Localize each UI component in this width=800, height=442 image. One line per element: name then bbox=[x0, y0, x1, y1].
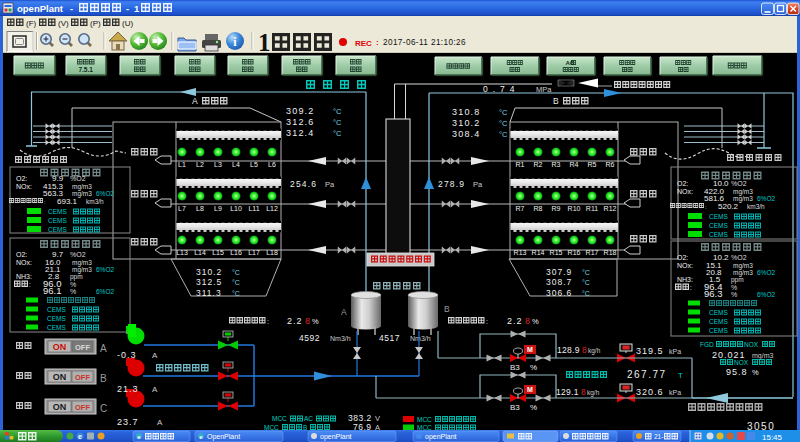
svg-text:M: M bbox=[527, 386, 533, 393]
svg-text:21-: 21- bbox=[654, 433, 663, 440]
svg-text::: : bbox=[267, 318, 269, 325]
svg-text:L1: L1 bbox=[178, 161, 186, 168]
svg-text:96.1: 96.1 bbox=[43, 285, 62, 296]
svg-text:NH3:: NH3: bbox=[677, 276, 693, 283]
svg-text:%O2: %O2 bbox=[70, 175, 86, 182]
svg-text:OFF: OFF bbox=[75, 343, 90, 352]
svg-text:A: A bbox=[152, 385, 158, 394]
svg-text:4517: 4517 bbox=[379, 333, 400, 343]
svg-text:°C: °C bbox=[333, 118, 342, 127]
svg-text:%: % bbox=[731, 291, 737, 298]
svg-text:R11: R11 bbox=[586, 205, 598, 212]
svg-text:693.1: 693.1 bbox=[57, 197, 78, 206]
svg-text:A: A bbox=[152, 351, 158, 360]
svg-text:311.3: 311.3 bbox=[196, 288, 222, 298]
svg-text:R7: R7 bbox=[516, 205, 525, 212]
svg-text:O2:: O2: bbox=[16, 251, 27, 258]
svg-text:C: C bbox=[100, 403, 107, 414]
svg-text:7.5.1: 7.5.1 bbox=[78, 66, 93, 73]
svg-text:R18: R18 bbox=[604, 249, 617, 256]
svg-text:CEMS: CEMS bbox=[47, 315, 66, 322]
svg-text:A: A bbox=[157, 418, 163, 427]
svg-text:NOX: NOX bbox=[734, 359, 749, 366]
svg-text:Pa: Pa bbox=[473, 180, 483, 189]
svg-text:6%O2: 6%O2 bbox=[96, 190, 114, 197]
svg-text:CEMS: CEMS bbox=[709, 213, 728, 220]
svg-text:(V): (V) bbox=[58, 19, 69, 28]
svg-text:128.9: 128.9 bbox=[557, 345, 580, 355]
svg-text:310.2: 310.2 bbox=[452, 118, 481, 128]
svg-text:%O2: %O2 bbox=[70, 251, 86, 258]
svg-text:%: % bbox=[532, 317, 539, 326]
svg-text:2017-06-11 21:10:26: 2017-06-11 21:10:26 bbox=[383, 38, 466, 47]
svg-text:%: % bbox=[530, 363, 537, 372]
svg-text:e: e bbox=[78, 433, 82, 440]
svg-text:6%O2: 6%O2 bbox=[757, 269, 775, 276]
svg-text:309.2: 309.2 bbox=[286, 106, 315, 116]
svg-text:CEMS: CEMS bbox=[47, 324, 66, 331]
svg-text:MCC: MCC bbox=[417, 416, 432, 423]
svg-text:A: A bbox=[100, 343, 107, 354]
svg-text:L15: L15 bbox=[212, 249, 224, 256]
svg-text:312.4: 312.4 bbox=[286, 128, 315, 138]
svg-text:L5: L5 bbox=[250, 161, 258, 168]
svg-text:2.2: 2.2 bbox=[287, 316, 303, 326]
svg-text:6%O2: 6%O2 bbox=[757, 195, 775, 202]
svg-text:%O2: %O2 bbox=[731, 254, 747, 261]
svg-text:°C: °C bbox=[232, 269, 240, 276]
svg-text:L8: L8 bbox=[196, 205, 204, 212]
svg-text:312.6: 312.6 bbox=[286, 117, 315, 127]
svg-text:L11: L11 bbox=[248, 205, 259, 212]
svg-text::: : bbox=[486, 318, 488, 325]
svg-text::: : bbox=[690, 284, 692, 291]
svg-text:L13: L13 bbox=[176, 249, 188, 256]
svg-text:CEMS: CEMS bbox=[709, 327, 728, 334]
svg-text:278.9: 278.9 bbox=[438, 179, 465, 189]
svg-text:°C: °C bbox=[333, 129, 342, 138]
svg-text:CEMS: CEMS bbox=[48, 226, 67, 233]
svg-text:MCC: MCC bbox=[272, 415, 287, 422]
svg-text:CEMS: CEMS bbox=[709, 222, 728, 229]
svg-text:°C: °C bbox=[232, 290, 240, 297]
svg-text:B: B bbox=[100, 373, 107, 384]
svg-text:R1: R1 bbox=[516, 161, 525, 168]
svg-text:8: 8 bbox=[305, 316, 310, 326]
svg-text:O2:: O2: bbox=[677, 180, 688, 187]
svg-text:NOx:: NOx: bbox=[16, 259, 32, 266]
svg-text:CEMS: CEMS bbox=[709, 318, 728, 325]
svg-text:openPlant: openPlant bbox=[425, 433, 457, 441]
svg-text:L14: L14 bbox=[194, 249, 206, 256]
svg-text:L4: L4 bbox=[232, 161, 240, 168]
svg-text:1: 1 bbox=[258, 29, 271, 56]
svg-text:320.6: 320.6 bbox=[636, 387, 664, 397]
svg-text:B3: B3 bbox=[510, 403, 520, 412]
svg-text:6%O2: 6%O2 bbox=[96, 266, 114, 273]
svg-text:L12: L12 bbox=[266, 205, 278, 212]
svg-text:°C: °C bbox=[499, 130, 508, 139]
svg-text:L3: L3 bbox=[214, 161, 222, 168]
svg-text:6%O2: 6%O2 bbox=[96, 288, 114, 295]
svg-text:308.4: 308.4 bbox=[452, 129, 481, 139]
svg-text:NH3:: NH3: bbox=[16, 273, 32, 280]
svg-text:NOX: NOX bbox=[744, 341, 759, 348]
svg-text:R8: R8 bbox=[534, 205, 543, 212]
svg-text:307.9: 307.9 bbox=[546, 267, 572, 277]
svg-text:NOx:: NOx: bbox=[16, 183, 32, 190]
svg-text:95.8: 95.8 bbox=[726, 367, 748, 377]
svg-text:R6: R6 bbox=[606, 161, 615, 168]
svg-text:°C: °C bbox=[333, 107, 342, 116]
svg-text:310.2: 310.2 bbox=[196, 267, 222, 277]
svg-text:B3: B3 bbox=[510, 363, 520, 372]
svg-text:1: 1 bbox=[134, 3, 140, 14]
svg-text:B: B bbox=[444, 304, 450, 314]
svg-text:CEMS: CEMS bbox=[709, 231, 728, 238]
svg-text:L17: L17 bbox=[248, 249, 260, 256]
svg-text:L7: L7 bbox=[178, 205, 186, 212]
svg-text:AC: AC bbox=[304, 415, 313, 422]
svg-text:-: - bbox=[70, 4, 73, 14]
svg-text:%: % bbox=[70, 281, 76, 288]
svg-text:-: - bbox=[126, 4, 129, 14]
svg-text:L16: L16 bbox=[230, 249, 242, 256]
svg-text:kg/h: kg/h bbox=[587, 389, 600, 397]
svg-text:km3/h: km3/h bbox=[747, 203, 765, 210]
